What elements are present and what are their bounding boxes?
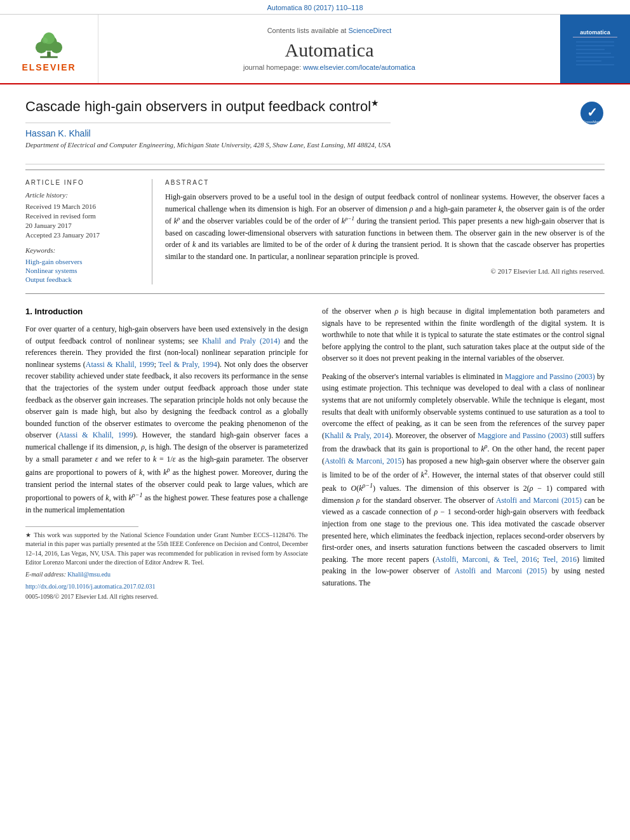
keyword-2: Nonlinear systems <box>25 267 143 274</box>
ref-maggiore-passino-2003b[interactable]: Maggiore and Passino (2003) <box>478 431 568 440</box>
svg-text:automatica: automatica <box>580 29 611 36</box>
revised-date: 20 January 2017 <box>25 222 143 229</box>
received-date: Received 19 March 2016 <box>25 203 143 210</box>
intro-paragraph: For over quarter of a century, high-gain… <box>25 323 308 516</box>
svg-rect-1 <box>40 57 58 58</box>
accepted-date: Accepted 23 January 2017 <box>25 231 143 239</box>
body-right-column: of the observer when ρ is high because i… <box>322 305 605 601</box>
ref-khalil-praly-2014[interactable]: Khalil and Praly (2014) <box>202 337 280 345</box>
ref-khalil-praly-2014b[interactable]: Khalil & Praly, 2014 <box>325 431 389 440</box>
article-title: Cascade high-gain observers in output fe… <box>25 97 391 123</box>
issn-line: 0005-1098/© 2017 Elsevier Ltd. All right… <box>25 592 308 602</box>
article-info-column: Article Info Article history: Received 1… <box>25 179 152 284</box>
ref-astolfi-marconi-2015c[interactable]: Astolfi and Marconi (2015) <box>455 566 547 575</box>
article-content: Cascade high-gain observers in output fe… <box>0 84 630 614</box>
journal-homepage: journal homepage: www.elsevier.com/locat… <box>243 63 415 71</box>
abstract-heading: Abstract <box>165 179 605 186</box>
keywords-label: Keywords: <box>25 246 143 254</box>
article-info-heading: Article Info <box>25 179 143 186</box>
keyword-1: High-gain observers <box>25 258 143 265</box>
footnote-email: E-mail address: Khalil@msu.edu <box>25 570 308 580</box>
and-word: and <box>481 566 492 575</box>
doi-line: http://dx.doi.org/10.1016/j.automatica.2… <box>25 582 308 592</box>
svg-point-3 <box>36 42 47 53</box>
svg-point-4 <box>51 42 62 53</box>
author-name: Hassan K. Khalil <box>25 128 391 138</box>
svg-rect-9 <box>573 37 617 37</box>
right-para-2: Peaking of the observer's internal varia… <box>322 371 605 589</box>
affiliation: Department of Electrical and Computer En… <box>25 141 391 149</box>
contents-line: Contents lists available at ScienceDirec… <box>267 27 392 34</box>
right-para-1: of the observer when ρ is high because i… <box>322 305 605 364</box>
history-label: Article history: <box>25 191 143 199</box>
automatica-thumbnail: automatica <box>566 20 624 78</box>
automatica-cover-icon: automatica <box>570 23 620 74</box>
elsevier-text: ELSEVIER <box>22 62 76 72</box>
ref-astolfi-marconi-2015[interactable]: Astolfi & Marconi, 2015 <box>325 457 401 465</box>
homepage-url[interactable]: www.elsevier.com/locate/automatica <box>303 63 415 71</box>
ref-teel-praly-1994[interactable]: Teel & Praly, 1994 <box>158 360 217 369</box>
footnote-star-text: ★ This work was supported by the Nationa… <box>25 531 308 568</box>
elsevier-tree-icon <box>27 25 71 60</box>
keywords-section: Keywords: High-gain observers Nonlinear … <box>25 246 143 283</box>
footnote-divider <box>25 526 138 527</box>
sciencedirect-link[interactable]: ScienceDirect <box>348 27 391 34</box>
elsevier-branding: ELSEVIER <box>22 25 76 72</box>
body-left-column: 1. Introduction For over quarter of a ce… <box>25 305 308 601</box>
intro-section-title: 1. Introduction <box>25 305 308 318</box>
ref-astolfi-marconi-2015b[interactable]: Astolfi and Marconi (2015) <box>496 496 582 505</box>
copyright-notice: © 2017 Elsevier Ltd. All rights reserved… <box>165 267 605 275</box>
ref-teel-2016[interactable]: Teel, 2016 <box>543 555 577 564</box>
ref-atassi-khalil-1999b[interactable]: Atassi & Khalil, 1999 <box>58 430 133 439</box>
doi-link[interactable]: http://dx.doi.org/10.1016/j.automatica.2… <box>25 583 156 590</box>
title-area: Cascade high-gain observers in output fe… <box>25 97 391 157</box>
ref-atassi-khalil-1999[interactable]: Atassi & Khalil, 1999 <box>86 360 154 369</box>
top-bar: Automatica 80 (2017) 110–118 <box>0 0 630 15</box>
ref-astolfi-marconi-teel-2016[interactable]: Astolfi, Marconi, & Teel, 2016 <box>435 555 537 564</box>
journal-center: Contents lists available at ScienceDirec… <box>98 15 560 83</box>
email-link[interactable]: Khalil@msu.edu <box>67 571 111 578</box>
body-columns: 1. Introduction For over quarter of a ce… <box>25 305 605 601</box>
journal-header: ELSEVIER Contents lists available at Sci… <box>0 15 630 84</box>
journal-thumbnail-area: automatica <box>560 15 630 83</box>
ref-maggiore-passino-2003[interactable]: Maggiore and Passino (2003) <box>505 372 595 381</box>
svg-text:✓: ✓ <box>587 105 598 119</box>
crossmark-icon: ✓ CrossMark <box>579 100 605 126</box>
abstract-column: Abstract High-gain observers proved to b… <box>165 179 605 284</box>
title-row: Cascade high-gain observers in output fe… <box>25 97 605 164</box>
info-abstract-section: Article Info Article history: Received 1… <box>25 170 605 294</box>
revised-label: Received in revised form <box>25 212 143 220</box>
elsevier-logo-area: ELSEVIER <box>0 15 98 83</box>
journal-reference: Automatica 80 (2017) 110–118 <box>267 4 363 11</box>
keyword-3: Output feedback <box>25 276 143 283</box>
svg-point-6 <box>42 37 48 43</box>
title-footnote-star: ★ <box>371 98 379 108</box>
abstract-text: High-gain observers proved to be a usefu… <box>165 191 605 263</box>
journal-title: Automatica <box>285 39 374 61</box>
svg-text:CrossMark: CrossMark <box>582 120 601 124</box>
